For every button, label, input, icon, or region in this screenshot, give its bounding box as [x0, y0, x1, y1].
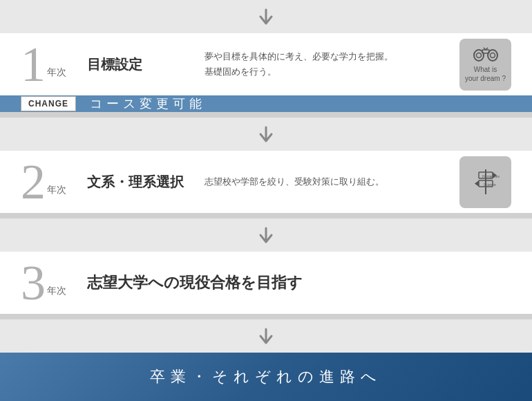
year2-icon: Humanities Science — [459, 156, 511, 208]
middle-arrow — [0, 118, 532, 151]
year1-icon-text: What is your dream ? — [465, 65, 506, 83]
svg-text:Humanities: Humanities — [482, 174, 500, 178]
year2-number: 2 — [21, 157, 46, 207]
svg-point-4 — [490, 53, 495, 58]
separator-1 — [0, 112, 532, 118]
change-badge: CHANGE — [21, 96, 76, 111]
signpost-icon: Humanities Science — [472, 169, 500, 194]
graduation-text: 卒業・それぞれの進路へ — [150, 366, 382, 387]
year1-title: 目標設定 — [87, 55, 184, 74]
year1-number: 1 — [21, 39, 46, 89]
year1-icon: What is your dream ? — [459, 39, 511, 91]
bottom-arrow-2 — [0, 319, 532, 353]
year1-label: 年次 — [47, 66, 66, 84]
year3-title: 志望大学への現役合格を目指す — [87, 272, 303, 293]
svg-marker-9 — [475, 180, 479, 187]
year3-number: 3 — [21, 258, 46, 308]
change-banner: CHANGE コース変更可能 — [0, 95, 532, 112]
year1-row: 1 年次 目標設定 夢や目標を具体的に考え、必要な学力を把握。 基礎固めを行う。… — [0, 33, 532, 95]
year2-description: 志望校や学部を絞り、受験対策に取り組む。 — [205, 174, 459, 189]
separator-2 — [0, 213, 532, 218]
binoculars-icon — [473, 46, 498, 62]
change-text: コース変更可能 — [90, 95, 206, 112]
separator-3 — [0, 314, 532, 319]
year2-title: 文系・理系選択 — [87, 173, 184, 192]
year1-description: 夢や目標を具体的に考え、必要な学力を把握。 基礎固めを行う。 — [205, 49, 459, 80]
year3-label: 年次 — [47, 285, 66, 303]
svg-point-3 — [476, 53, 481, 58]
bottom-arrow-1 — [0, 218, 532, 252]
year2-row: 2 年次 文系・理系選択 志望校や学部を絞り、受験対策に取り組む。 Humani… — [0, 151, 532, 213]
graduation-banner: 卒業・それぞれの進路へ — [0, 353, 532, 401]
year2-label: 年次 — [47, 184, 66, 202]
svg-text:Science: Science — [484, 183, 496, 187]
main-container: 1 年次 目標設定 夢や目標を具体的に考え、必要な学力を把握。 基礎固めを行う。… — [0, 0, 532, 401]
year3-row: 3 年次 志望大学への現役合格を目指す — [0, 252, 532, 314]
top-arrow — [0, 0, 532, 33]
